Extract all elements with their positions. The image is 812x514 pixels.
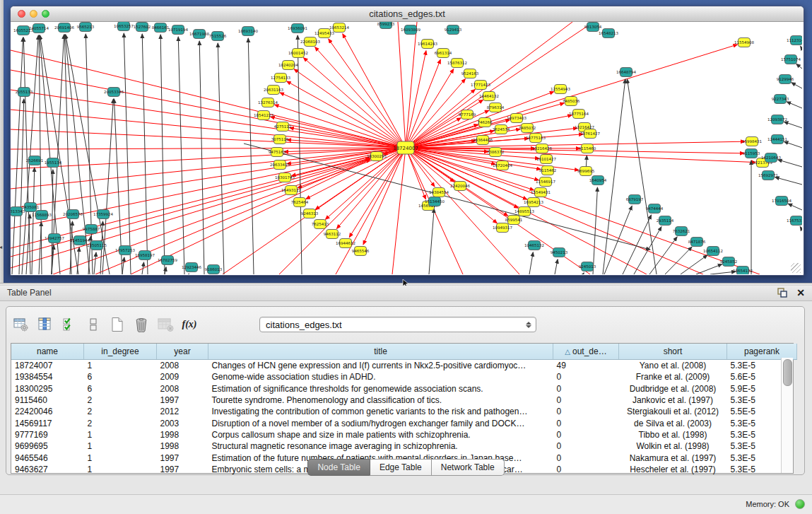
cell-in_degree[interactable]: 6 bbox=[84, 371, 157, 382]
paper-node-yellow[interactable]: 16493112 bbox=[281, 186, 301, 195]
paper-node-yellow[interactable]: 9524163 bbox=[461, 69, 479, 78]
paper-node-yellow[interactable]: 9699695 bbox=[577, 167, 595, 176]
cell-year[interactable]: 2008 bbox=[157, 383, 208, 395]
citation-edge[interactable] bbox=[800, 227, 802, 230]
cell-out_de[interactable]: 0 bbox=[553, 440, 619, 452]
paper-node-teal[interactable]: 11675312 bbox=[787, 216, 802, 226]
paper-node-teal[interactable]: 20206576 bbox=[63, 210, 83, 219]
cell-title[interactable]: Genome-wide association studies in ADHD. bbox=[208, 371, 553, 382]
paper-node-yellow[interactable]: 9777169 bbox=[459, 110, 476, 119]
cell-out_de[interactable]: 0 bbox=[553, 429, 619, 440]
cell-year[interactable]: 2008 bbox=[157, 360, 208, 372]
table-row[interactable]: 1872400712008Changes of HCN gene express… bbox=[11, 360, 797, 372]
paper-node-yellow[interactable]: 9475163 bbox=[269, 148, 286, 157]
cell-out_de[interactable]: 0 bbox=[553, 371, 619, 382]
cell-title[interactable]: Estimation of significance thresholds fo… bbox=[208, 383, 553, 395]
paper-node-teal[interactable]: 9186013 bbox=[205, 265, 223, 274]
citation-edge[interactable] bbox=[801, 46, 802, 49]
paper-node-yellow[interactable]: 10464132 bbox=[479, 92, 499, 101]
citation-edge[interactable] bbox=[792, 83, 802, 88]
close-window-button[interactable] bbox=[18, 10, 25, 18]
cell-in_degree[interactable]: 1 bbox=[84, 440, 157, 452]
cell-out_de[interactable]: 0 bbox=[553, 417, 619, 428]
citation-edge[interactable] bbox=[19, 99, 24, 274]
network-frame-titlebar[interactable]: citations_edges.txt bbox=[11, 6, 804, 22]
cell-name[interactable]: 14569117 bbox=[11, 417, 84, 428]
paper-node-yellow[interactable]: 8599541 bbox=[505, 216, 523, 225]
cell-short[interactable]: Franke et al. (2009) bbox=[619, 371, 727, 382]
paper-node-yellow[interactable]: 12495433 bbox=[314, 29, 334, 38]
paper-node-teal[interactable]: 10654112 bbox=[703, 247, 723, 256]
citation-edge-red[interactable] bbox=[11, 148, 406, 189]
paper-node-yellow[interactable]: 18775163 bbox=[526, 134, 546, 143]
paper-node-teal[interactable]: 9474444 bbox=[646, 204, 664, 214]
citation-edge[interactable] bbox=[775, 177, 802, 185]
new-document-button[interactable] bbox=[108, 315, 126, 334]
cell-in_degree[interactable]: 2 bbox=[84, 395, 157, 406]
paper-node-teal[interactable]: 16671988 bbox=[189, 30, 209, 39]
citation-edge[interactable] bbox=[160, 35, 165, 274]
citation-edge[interactable] bbox=[634, 227, 661, 274]
tab-edge-table[interactable]: Edge Table bbox=[370, 459, 432, 476]
citation-edge[interactable] bbox=[122, 257, 124, 274]
citation-edge[interactable] bbox=[623, 215, 652, 274]
cell-title[interactable]: Corpus callosum shape and size in male p… bbox=[208, 429, 553, 440]
cell-short[interactable]: de Silva et al. (2003) bbox=[619, 417, 727, 428]
cell-short[interactable]: Jankovic et al. (1997) bbox=[619, 395, 727, 406]
network-canvas[interactable]: 1872400722068103160014521824020412754133… bbox=[11, 22, 802, 274]
paper-node-teal[interactable]: 10465132 bbox=[524, 241, 544, 250]
cell-out_de[interactable]: 0 bbox=[553, 395, 619, 406]
paper-node-yellow[interactable]: 11554908 bbox=[734, 38, 754, 47]
paper-node-teal[interactable]: 16782759 bbox=[158, 256, 177, 265]
table-row[interactable]: 1830029562008Estimation of significance … bbox=[11, 383, 797, 395]
paper-node-teal[interactable]: 2055133 bbox=[16, 88, 33, 97]
paper-node-teal[interactable]: 16936091 bbox=[288, 24, 307, 33]
citation-edge[interactable] bbox=[555, 259, 558, 274]
column-header-short[interactable]: short bbox=[619, 344, 727, 360]
citation-edge[interactable] bbox=[788, 204, 802, 210]
paper-node-yellow[interactable]: 13276314 bbox=[258, 98, 278, 107]
tab-node-table[interactable]: Node Table bbox=[307, 459, 370, 476]
paper-node-teal[interactable]: 1640954 bbox=[589, 176, 607, 185]
citation-edge[interactable] bbox=[199, 41, 204, 274]
paper-node-yellow[interactable]: 19614243 bbox=[418, 40, 437, 49]
paper-node-teal[interactable]: 1527602 bbox=[134, 23, 151, 32]
tab-network-table[interactable]: Network Table bbox=[432, 459, 505, 476]
table-scrollbar[interactable] bbox=[781, 358, 793, 473]
cell-out_de[interactable]: 0 bbox=[553, 383, 619, 395]
citation-edge-red[interactable] bbox=[336, 148, 406, 274]
cell-short[interactable]: Tibbo et al. (1998) bbox=[619, 429, 727, 440]
table-row[interactable]: 969969511998Structural magnetic resonanc… bbox=[11, 440, 797, 452]
paper-node-yellow[interactable]: 18775164 bbox=[569, 110, 589, 119]
paper-node-teal[interactable]: 15751074 bbox=[781, 55, 801, 64]
cell-in_degree[interactable]: 2 bbox=[84, 406, 157, 417]
paper-node-yellow[interactable]: 15998431 bbox=[742, 137, 762, 146]
paper-node-teal[interactable]: 8466161 bbox=[152, 23, 170, 33]
paper-node-teal[interactable]: 16648794 bbox=[616, 68, 636, 77]
cell-year[interactable]: 2012 bbox=[157, 406, 208, 417]
cell-name[interactable]: 19384554 bbox=[11, 371, 84, 382]
citation-edge[interactable] bbox=[244, 144, 650, 250]
paper-node-teal[interactable]: 12444151 bbox=[767, 135, 787, 144]
citation-edge[interactable] bbox=[429, 209, 434, 274]
citation-edge-red[interactable] bbox=[406, 148, 425, 199]
paper-node-teal[interactable]: 7632621 bbox=[673, 227, 690, 236]
cell-title[interactable]: Investigating the contribution of common… bbox=[208, 406, 553, 417]
paper-node-teal[interactable]: 15692971 bbox=[758, 171, 778, 180]
citation-edge[interactable] bbox=[696, 264, 722, 274]
citation-edge[interactable] bbox=[593, 187, 597, 274]
cell-title[interactable]: Structural magnetic resonance image aver… bbox=[208, 440, 553, 452]
cell-short[interactable]: Wolkin et al. (1998) bbox=[619, 440, 727, 452]
paper-node-yellow[interactable]: 16944632 bbox=[336, 239, 355, 248]
cell-name[interactable]: 9777169 bbox=[11, 429, 84, 440]
cell-title[interactable]: Disruption of a novel member of a sodium… bbox=[208, 417, 553, 428]
paper-node-yellow[interactable]: 9465546 bbox=[352, 247, 370, 256]
paper-node-teal[interactable]: 18693140 bbox=[238, 27, 258, 36]
citation-edge-red[interactable] bbox=[11, 90, 406, 148]
paper-node-teal[interactable]: 2935114 bbox=[657, 216, 674, 226]
paper-node-yellow[interactable]: 7485032 bbox=[519, 124, 536, 133]
memory-status-indicator[interactable] bbox=[795, 499, 805, 509]
citation-edge-red[interactable] bbox=[11, 148, 406, 149]
minimize-window-button[interactable] bbox=[30, 10, 37, 18]
cell-name[interactable]: 18300295 bbox=[11, 383, 84, 395]
